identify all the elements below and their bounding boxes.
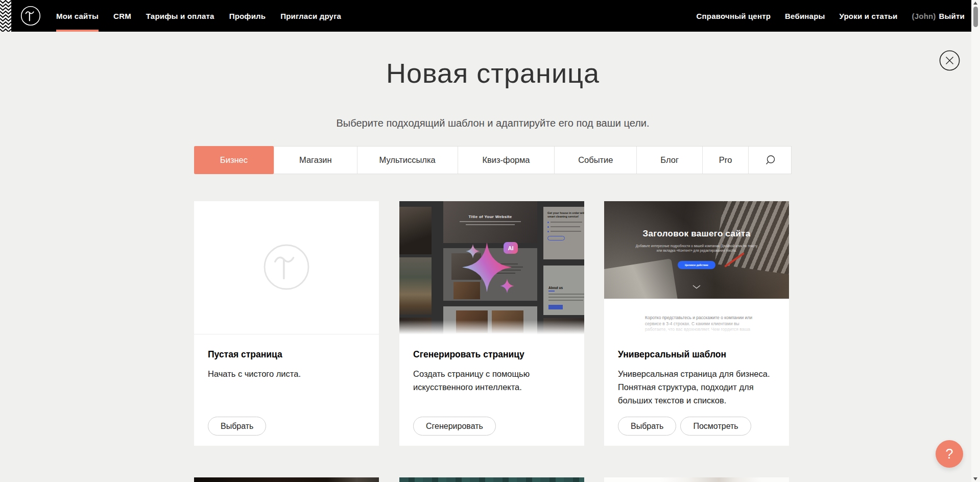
collage-about-title: About us xyxy=(548,286,584,290)
card-title: Сгенерировать страницу xyxy=(413,349,572,360)
preview-fade xyxy=(399,320,584,334)
text-placeholder-bar xyxy=(466,224,515,225)
nav-invite-friend-label: Пригласи друга xyxy=(280,12,341,20)
tab-event[interactable]: Событие xyxy=(555,147,637,174)
laptop-photo-shape xyxy=(604,258,679,299)
close-icon xyxy=(946,57,953,64)
card-description: Создать страницу с помощью искусственног… xyxy=(413,367,569,394)
tilda-logo-icon[interactable] xyxy=(20,6,41,26)
nav-profile[interactable]: Профиль xyxy=(229,0,266,32)
tab-quiz-form-label: Квиз-форма xyxy=(482,155,530,165)
template-card-ai-generate: Title of Your Website G xyxy=(399,201,584,446)
collage-site-title: Title of Your Website xyxy=(443,214,537,219)
next-row-card-preview[interactable] xyxy=(604,477,789,482)
tab-pro[interactable]: Pro xyxy=(703,147,749,174)
nav-help-center-label: Справочный центр xyxy=(697,12,771,20)
help-button[interactable]: ? xyxy=(936,440,963,468)
card-title: Пустая страница xyxy=(208,349,367,360)
user-name: (John) xyxy=(912,12,936,20)
card-actions: Сгенерировать xyxy=(413,417,496,436)
tab-blog[interactable]: Блог xyxy=(637,147,703,174)
choose-button[interactable]: Выбрать xyxy=(618,417,676,436)
scrollbar-thumb[interactable] xyxy=(973,7,978,27)
choose-button[interactable]: Выбрать xyxy=(208,417,266,436)
template-card-blank: Пустая страница Начать с чистого листа. … xyxy=(194,201,379,446)
next-row-card-preview[interactable] xyxy=(194,477,379,482)
ai-sparkle-small-icon xyxy=(466,244,480,258)
nav-crm-label: CRM xyxy=(113,12,131,20)
collage-pill-button xyxy=(547,236,565,240)
main-nav: Мои сайты CRM Тарифы и оплата Профиль Пр… xyxy=(56,0,341,32)
nav-logout[interactable]: (John) Выйти xyxy=(912,0,965,32)
collage-photo-livingroom xyxy=(399,257,432,315)
zigzag-pattern-icon xyxy=(0,0,11,32)
tab-event-label: Событие xyxy=(578,155,613,165)
collage-blue-button xyxy=(548,305,563,309)
view-button[interactable]: Посмотреть xyxy=(680,417,751,436)
template-cta-button: Целевое действие xyxy=(678,261,715,269)
ai-badge: AI xyxy=(504,242,518,254)
collage-cleaning-title: Get your house in order with a smart cle… xyxy=(547,211,584,219)
page-subtitle: Выберите подходящий шаблон и адаптируйте… xyxy=(194,117,792,129)
nav-crm[interactable]: CRM xyxy=(113,0,131,32)
card-description: Начать с чистого листа. xyxy=(208,367,364,380)
nav-pricing-label: Тарифы и оплата xyxy=(146,12,214,20)
close-button[interactable] xyxy=(939,50,960,71)
logout-label: Выйти xyxy=(939,12,965,20)
secondary-nav: Справочный центр Вебинары Уроки и статьи… xyxy=(697,0,965,32)
chevron-down-icon xyxy=(692,285,701,289)
template-hero-subtitle: Добавьте интересные подробности о вашей … xyxy=(635,244,758,253)
tab-quiz-form[interactable]: Квиз-форма xyxy=(458,147,555,174)
collage-hero-thumb: Title of Your Website xyxy=(443,201,537,243)
tab-shop[interactable]: Магазин xyxy=(274,147,357,174)
nav-invite-friend[interactable]: Пригласи друга xyxy=(280,0,341,32)
nav-webinars-label: Вебинары xyxy=(785,12,825,20)
card-actions: Выбрать Посмотреть xyxy=(618,417,751,436)
universal-preview: Заголовок вашего сайта Добавьте интересн… xyxy=(604,201,789,334)
card-title: Универсальный шаблон xyxy=(618,349,777,360)
top-nav-bar: Мои сайты CRM Тарифы и оплата Профиль Пр… xyxy=(0,0,971,32)
generate-button[interactable]: Сгенерировать xyxy=(413,417,496,436)
tab-multilink-label: Мультиссылка xyxy=(379,155,435,165)
ai-sparkle-small-icon xyxy=(500,279,514,293)
card-description: Универсальная страница для бизнеса. Поня… xyxy=(618,367,774,407)
nav-lessons[interactable]: Уроки и статьи xyxy=(840,0,898,32)
template-hero-title: Заголовок вашего сайта xyxy=(604,229,789,239)
template-card-universal: Заголовок вашего сайта Добавьте интересн… xyxy=(604,201,789,446)
nav-my-sites[interactable]: Мои сайты xyxy=(56,0,99,32)
template-hero: Заголовок вашего сайта Добавьте интересн… xyxy=(604,201,789,299)
collage-about-thumb: About us xyxy=(543,266,584,315)
scroll-up-arrow-icon[interactable] xyxy=(973,2,977,5)
nav-webinars[interactable]: Вебинары xyxy=(785,0,825,32)
tab-blog-label: Блог xyxy=(660,155,679,165)
tab-business-label: Бизнес xyxy=(220,155,248,165)
card-actions: Выбрать xyxy=(208,417,266,436)
blank-preview xyxy=(194,201,379,334)
tab-pro-label: Pro xyxy=(719,155,732,165)
template-category-tabs: Бизнес Магазин Мультиссылка Квиз-форма С… xyxy=(194,146,792,174)
search-icon xyxy=(764,155,776,166)
tab-multilink[interactable]: Мультиссылка xyxy=(357,147,458,174)
nav-help-center[interactable]: Справочный центр xyxy=(697,0,771,32)
nav-profile-label: Профиль xyxy=(229,12,266,20)
tab-shop-label: Магазин xyxy=(299,155,332,165)
nav-lessons-label: Уроки и статьи xyxy=(840,12,898,20)
nav-my-sites-label: Мои сайты xyxy=(56,12,99,20)
tab-business[interactable]: Бизнес xyxy=(194,146,274,174)
preview-fade xyxy=(604,320,789,334)
nav-pricing[interactable]: Тарифы и оплата xyxy=(146,0,214,32)
collage-cleaning-thumb: Get your house in order with a smart cle… xyxy=(543,207,584,259)
ai-preview-collage: Title of Your Website G xyxy=(399,201,584,334)
next-row-card-preview[interactable] xyxy=(399,477,584,482)
page-scrollbar[interactable] xyxy=(971,0,980,482)
scroll-down-arrow-icon[interactable] xyxy=(973,477,977,480)
question-icon: ? xyxy=(945,446,953,462)
collage-photo-desk xyxy=(399,207,432,254)
text-placeholder-bar xyxy=(460,221,521,222)
new-page-dialog: Мои сайты CRM Тарифы и оплата Профиль Пр… xyxy=(0,0,980,482)
tilda-watermark-icon xyxy=(262,243,310,291)
page-title: Новая страница xyxy=(194,57,792,89)
tab-search[interactable] xyxy=(749,147,791,174)
